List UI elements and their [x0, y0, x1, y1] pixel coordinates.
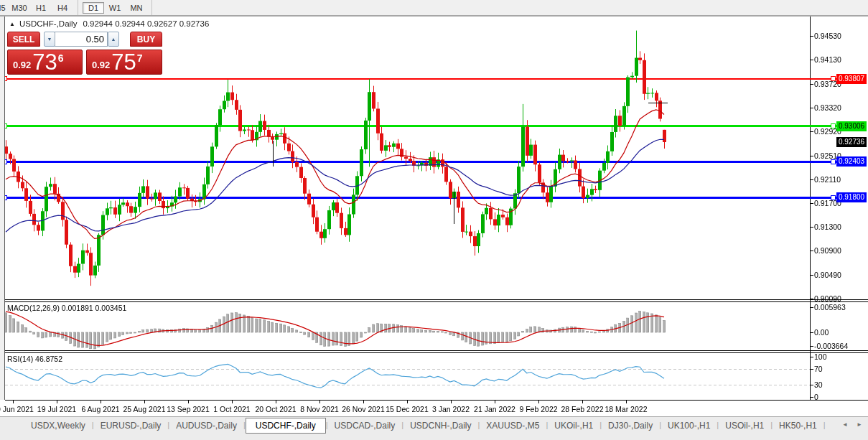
- period-button-mn[interactable]: MN: [126, 2, 147, 14]
- price-tick-label: 0.90490: [814, 271, 841, 279]
- tab-dj30-daily[interactable]: DJ30-,Daily: [602, 418, 659, 433]
- date-tick-mark: [232, 401, 233, 403]
- chart-tab-bar: USDX,Weekly|EURUSD-,Daily|AUDUSD-,Daily|…: [0, 416, 868, 440]
- buy-price-big: 75: [111, 52, 136, 72]
- date-tick-label: 8 Nov 2021: [300, 405, 339, 413]
- macd-tick-label: 0.00: [814, 328, 829, 337]
- period-button-w1[interactable]: W1: [104, 2, 126, 14]
- tab-usdchf-daily[interactable]: USDCHF-,Daily: [246, 418, 326, 434]
- price-tick-label: 0.94130: [814, 55, 841, 64]
- symbol-period-label: USDCHF-,Daily: [19, 19, 78, 28]
- price-tick-mark: [810, 84, 813, 85]
- rsi-tick-label: 0: [814, 393, 818, 401]
- price-tick-mark: [810, 108, 813, 108]
- date-tick-mark: [57, 401, 57, 403]
- date-tick-label: 18 Mar 2022: [605, 405, 648, 413]
- tab-scroll-left-icon[interactable]: ◄: [842, 421, 848, 428]
- period-button-d1[interactable]: D1: [83, 2, 104, 14]
- hline-handle[interactable]: [831, 76, 836, 81]
- tab-separator: |: [823, 418, 826, 431]
- macd-tick-label: -0.003664: [814, 342, 848, 350]
- tab-hk50-h1[interactable]: HK50-,H1: [773, 418, 823, 433]
- macd-tick-mark: [810, 307, 813, 308]
- date-tick-mark: [101, 401, 101, 403]
- rsi-tick-mark: [810, 357, 813, 357]
- sell-price-display[interactable]: 0.92 73 6: [7, 50, 83, 75]
- date-tick-label: 25 Aug 2021: [123, 405, 166, 413]
- buy-price-display[interactable]: 0.92 75 7: [86, 50, 162, 75]
- rsi-tick-mark: [810, 369, 813, 370]
- tab-usoil-h1[interactable]: USOil-,H1: [719, 418, 770, 433]
- price-tick-mark: [810, 203, 813, 204]
- date-tick-mark: [276, 401, 276, 403]
- rsi-tick-mark: [810, 397, 813, 398]
- mt4-terminal: M5M30H1H4D1W1MN ▲USDCHF-,Daily0.92944 0.…: [0, 0, 868, 440]
- period-button-h1[interactable]: H1: [30, 2, 52, 14]
- date-tick-mark: [188, 401, 189, 403]
- tab-eurusd-daily[interactable]: EURUSD-,Daily: [94, 418, 168, 433]
- rsi-tick-label: 100: [814, 352, 827, 361]
- buy-price-pip: 7: [137, 52, 143, 64]
- tab-usdcad-daily[interactable]: USDCAD-,Daily: [328, 418, 402, 433]
- ohlc-values: 0.92944 0.92944 0.92627 0.92736: [83, 19, 209, 28]
- toolbar-separator: [78, 0, 78, 15]
- tab-ukoil-h1[interactable]: UKOil-,H1: [548, 418, 599, 433]
- tab-xauusd-m5[interactable]: XAUUSD-,M5: [480, 418, 546, 433]
- price-tick-mark: [810, 179, 813, 180]
- date-tick-label: 9 Feb 2022: [519, 405, 557, 413]
- price-tick-label: 0.90900: [814, 246, 841, 255]
- period-button-h4[interactable]: H4: [52, 2, 73, 14]
- rsi-tick-label: 70: [814, 365, 823, 373]
- lot-size-input[interactable]: [55, 32, 108, 47]
- price-tick-label: 0.92110: [814, 175, 841, 184]
- lot-increase-button[interactable]: ▲: [108, 32, 119, 47]
- vertical-line-object[interactable]: [454, 192, 454, 224]
- tab-scroll-right-icon[interactable]: ►: [857, 421, 862, 428]
- hline-price-badge: 0.93807: [836, 74, 867, 84]
- hline-handle[interactable]: [831, 195, 836, 200]
- hline-handle[interactable]: [831, 123, 836, 128]
- date-tick-label: 26 Nov 2021: [342, 405, 385, 413]
- macd-indicator-label: MACD(12,26,9) 0.001891 0.003451: [7, 304, 126, 312]
- price-tick-mark: [810, 299, 813, 299]
- price-tick-mark: [810, 275, 813, 276]
- tab-usdx-weekly[interactable]: USDX,Weekly: [24, 418, 92, 433]
- hline-price-badge: 0.93006: [836, 121, 867, 131]
- date-tick-label: 3 Jan 2022: [432, 405, 470, 413]
- date-tick-label: 21 Jan 2022: [474, 405, 515, 413]
- date-tick-label: 19 Jul 2021: [37, 405, 76, 413]
- chart-title: ▲USDCHF-,Daily0.92944 0.92944 0.92627 0.…: [9, 19, 209, 28]
- trendline-object[interactable]: [648, 103, 668, 103]
- period-button-m30[interactable]: M30: [9, 2, 30, 14]
- price-tick-label: 0.91300: [814, 223, 841, 231]
- chart-window-left-frame: [0, 17, 5, 400]
- price-tick-mark: [810, 131, 813, 132]
- period-button-m5[interactable]: M5: [0, 2, 9, 14]
- sell-button[interactable]: SELL: [7, 32, 40, 47]
- hline-price-badge: 0.92403: [836, 156, 867, 167]
- macd-tick-label: 0.005963: [814, 303, 846, 312]
- price-tick-mark: [810, 251, 813, 251]
- vertical-line-object[interactable]: [273, 141, 274, 167]
- date-tick-mark: [538, 401, 539, 403]
- date-tick-mark: [363, 401, 364, 403]
- price-tick-label: 0.93320: [814, 103, 841, 112]
- macd-tick-mark: [810, 332, 813, 333]
- tab-uk100-h1[interactable]: UK100-,H1: [661, 418, 717, 433]
- date-tick-mark: [319, 401, 320, 403]
- price-tick-mark: [810, 227, 813, 228]
- tab-audusd-daily[interactable]: AUDUSD-,Daily: [169, 418, 243, 433]
- date-tick-label: 13 Sep 2021: [167, 405, 210, 413]
- tab-usdcnh-daily[interactable]: USDCNH-,Daily: [403, 418, 477, 433]
- price-tick-mark: [810, 156, 813, 156]
- date-tick-label: 15 Dec 2021: [386, 405, 429, 413]
- buy-price-prefix: 0.92: [92, 60, 110, 70]
- sell-price-pip: 6: [58, 52, 64, 64]
- buy-button[interactable]: BUY: [130, 32, 162, 47]
- price-tick-label: 0.90090: [814, 294, 841, 303]
- hline-handle[interactable]: [831, 159, 836, 164]
- lot-decrease-button[interactable]: ▼: [44, 32, 55, 47]
- collapse-arrow-icon[interactable]: ▲: [9, 21, 15, 27]
- sell-price-big: 73: [32, 52, 57, 72]
- rsi-tick-label: 30: [814, 380, 823, 389]
